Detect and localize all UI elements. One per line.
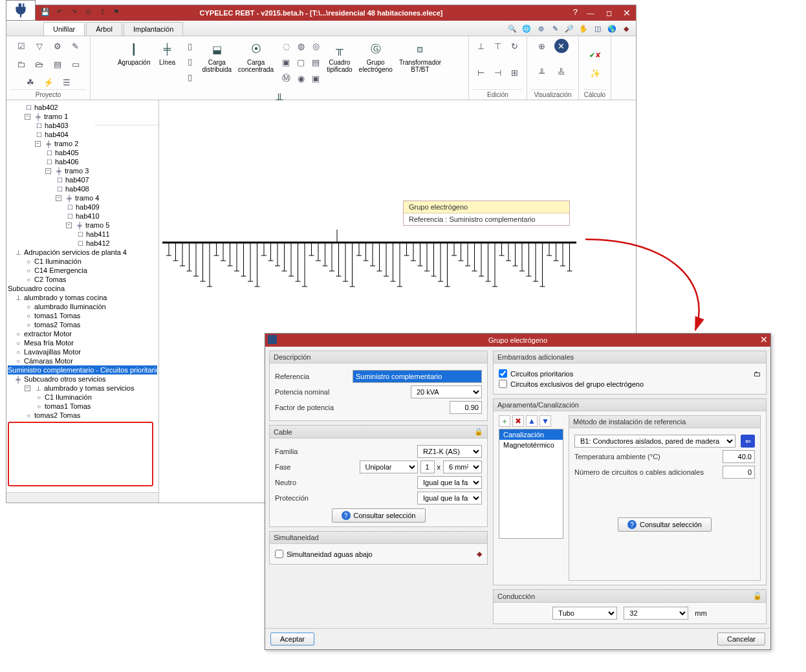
calc-ok-icon[interactable]: ✔✘ xyxy=(588,48,602,62)
pencil-icon[interactable]: ✎ xyxy=(69,39,83,53)
tool-target-icon[interactable]: ⊚ xyxy=(535,23,547,34)
linea-opt2-icon[interactable]: ▯ xyxy=(183,54,197,69)
tool-globe-icon[interactable]: 🌐 xyxy=(521,23,532,34)
btn-cancelar[interactable]: Cancelar xyxy=(717,633,765,645)
tree-node[interactable]: ☐hab411 xyxy=(8,230,157,239)
btn-cuadro[interactable]: ╥Cuadro tipificado xyxy=(325,39,353,74)
tool-world-icon[interactable]: 🌎 xyxy=(606,23,618,34)
tree-node[interactable]: ☐hab410 xyxy=(8,211,157,221)
check-icon[interactable]: ☑ xyxy=(14,39,28,53)
tree-node[interactable]: −╪tramo 1 xyxy=(8,112,157,121)
input-factor[interactable] xyxy=(450,401,482,414)
opt-h-icon[interactable]: ◉ xyxy=(294,71,308,85)
tree-node[interactable]: ○Cámaras Motor xyxy=(8,356,157,365)
tree-node[interactable]: ☐hab402 xyxy=(8,103,157,112)
select-potencia[interactable]: 20 kVA xyxy=(411,385,482,398)
select-fase-sec[interactable]: 6 mm² xyxy=(443,461,482,473)
save-icon[interactable]: 💾 xyxy=(40,6,50,17)
list-item[interactable]: Canalización xyxy=(499,429,563,440)
opt-g-icon[interactable]: Ⓜ xyxy=(279,71,293,85)
vis1-icon[interactable]: ⊕ xyxy=(535,39,549,53)
up-icon[interactable]: ▲ xyxy=(526,415,538,427)
input-referencia[interactable] xyxy=(353,370,482,383)
vis4-icon[interactable]: ╩ xyxy=(554,65,569,80)
tree-node[interactable]: ╪Subcuadro otros servicios xyxy=(8,374,157,384)
opt-c-icon[interactable]: ◎ xyxy=(309,39,323,53)
tree-node[interactable]: ○C14 Emergencia xyxy=(8,266,157,275)
tool-window-icon[interactable]: ◫ xyxy=(592,23,604,34)
btn-linea[interactable]: ╪Línea xyxy=(156,39,179,67)
gear-icon[interactable]: ⚙ xyxy=(50,39,65,53)
undo-icon[interactable]: ↶ xyxy=(54,6,65,17)
input-fase-qty[interactable] xyxy=(420,461,435,473)
tree-node[interactable]: ○Lavavajillas Motor xyxy=(8,347,157,356)
linea-opt3-icon[interactable]: ▯ xyxy=(183,70,197,84)
flag-icon[interactable]: ⚑ xyxy=(111,6,122,17)
tree-node[interactable]: ☐hab406 xyxy=(8,157,157,166)
tree-node[interactable]: ○tomas1 Tomas xyxy=(8,402,157,411)
list-item[interactable]: Magnetotérmico xyxy=(499,440,563,450)
filter-icon[interactable]: ▽ xyxy=(32,39,47,53)
folder-icon[interactable]: 🗀 xyxy=(14,57,28,71)
tool-book-icon[interactable]: ◆ xyxy=(620,23,632,34)
tree-node[interactable]: ○C1 Iluminación xyxy=(8,257,157,266)
dialog-close-button[interactable]: ✕ xyxy=(760,334,768,345)
aparamenta-list[interactable]: Canalización Magnetotérmico xyxy=(499,429,563,539)
tree-node[interactable]: ○Mesa fría Motor xyxy=(8,338,157,347)
unlock-icon[interactable]: 🔓 xyxy=(753,592,762,600)
tool-search-icon[interactable]: 🔎 xyxy=(563,23,575,34)
tree-node[interactable]: ☐hab412 xyxy=(8,239,157,248)
select-prot[interactable]: Igual que la fase xyxy=(417,492,482,504)
tree-node[interactable]: ○tomas1 Tomas xyxy=(8,311,157,320)
folder-yellow-icon[interactable]: 🗀 xyxy=(754,370,761,378)
tree-node[interactable]: ☐hab404 xyxy=(8,130,157,139)
redo-icon[interactable]: ↷ xyxy=(69,6,79,17)
maximize-button[interactable]: ◻ xyxy=(600,5,618,21)
opt-b-icon[interactable]: ◍ xyxy=(294,39,308,53)
select-conduccion-val[interactable]: 32 xyxy=(624,607,688,620)
tree-node[interactable]: ○C2 Tomas xyxy=(8,275,157,284)
tab-unifilar[interactable]: Unifilar xyxy=(43,22,85,36)
tab-implantacion[interactable]: Implantación xyxy=(124,22,183,36)
tree-node[interactable]: ⊥alumbrado y tomas cocina xyxy=(8,293,157,302)
ed1-icon[interactable]: ⊥ xyxy=(474,39,488,53)
wand-icon[interactable]: ✨ xyxy=(588,66,602,80)
tree-node[interactable]: −╪tramo 5 xyxy=(8,221,157,230)
bolt-icon[interactable]: ⚡ xyxy=(41,75,56,89)
opt-e-icon[interactable]: ▢ xyxy=(294,55,308,69)
input-ncirc[interactable] xyxy=(723,466,755,479)
arrow-left-icon[interactable]: ⇐ xyxy=(741,435,755,448)
lock-icon[interactable]: 🔒 xyxy=(474,428,483,436)
tree-node[interactable]: ○tomas2 Tomas xyxy=(8,320,157,329)
btn-trafo[interactable]: ⧈Transformador BT/BT xyxy=(398,39,442,74)
select-neutro[interactable]: Igual que la fase xyxy=(417,476,482,489)
add-icon[interactable]: ＋ xyxy=(499,415,510,427)
select-fase[interactable]: Unipolar xyxy=(360,461,418,473)
leaf-icon[interactable]: ☘ xyxy=(23,75,38,89)
tree-node[interactable]: −╪tramo 2 xyxy=(8,139,157,148)
tool-zoom-icon[interactable]: 🔍 xyxy=(506,23,518,34)
tree-node[interactable]: ☐hab408 xyxy=(8,184,157,193)
tree-node[interactable]: ☐hab407 xyxy=(8,175,157,184)
tree-node[interactable]: ○extractor Motor xyxy=(8,329,157,338)
chk-exclusivos[interactable] xyxy=(499,380,507,388)
calc-icon[interactable]: ▤ xyxy=(50,57,65,71)
tree-node[interactable]: ☐hab405 xyxy=(8,148,157,157)
print-icon[interactable]: ⎙ xyxy=(83,6,93,17)
btn-agrupacion[interactable]: ┃Agrupación xyxy=(116,39,152,67)
btn-aceptar[interactable]: Aceptar xyxy=(270,633,314,645)
down-icon[interactable]: ▼ xyxy=(539,415,551,427)
chk-simult[interactable] xyxy=(275,550,283,558)
ed5-icon[interactable]: ⊣ xyxy=(491,65,505,80)
btn-carga-conc[interactable]: ⦿Carga concentrada xyxy=(237,39,275,74)
btn-consultar-cable[interactable]: ?Consultar selección xyxy=(332,508,426,523)
delete-icon[interactable]: ✖ xyxy=(512,415,524,427)
tool-hand-icon[interactable]: ✋ xyxy=(578,23,589,34)
select-conduccion-tipo[interactable]: Tubo xyxy=(552,607,617,620)
chk-prioritarios[interactable] xyxy=(499,369,507,378)
opt-f-icon[interactable]: ▤ xyxy=(309,55,323,69)
minimize-button[interactable]: — xyxy=(582,5,600,21)
opt-a-icon[interactable]: ◌ xyxy=(279,39,293,53)
tree-node[interactable]: −╪tramo 3 xyxy=(8,166,157,175)
tree-node[interactable]: ⊥Adrupación servicios de planta 4 xyxy=(8,248,157,257)
